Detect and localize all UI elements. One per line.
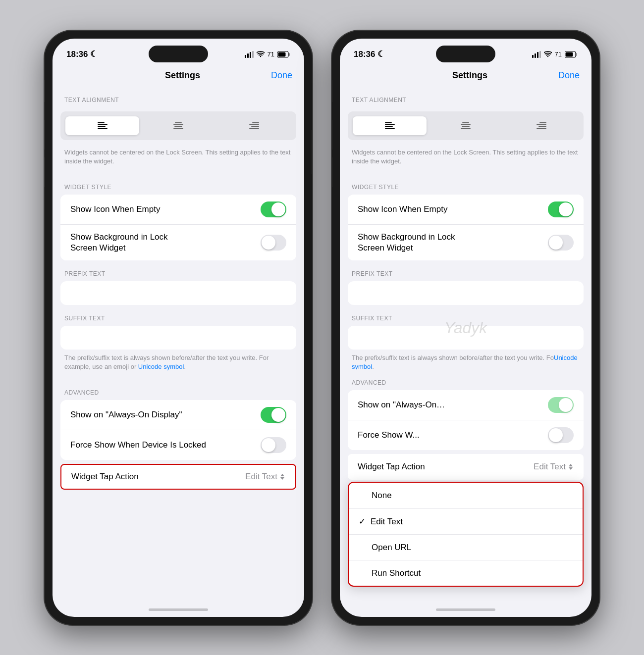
show-bg-label-left: Show Background in Lock Screen Widget [70,232,169,253]
scroll-content-left[interactable]: TEXT ALIGNMENT [53,87,304,605]
alignment-container-left [60,111,296,140]
advanced-header-left: ADVANCED [53,379,304,400]
dropdown-run-shortcut[interactable]: Run Shortcut [349,560,583,586]
show-icon-label-left: Show Icon When Empty [70,204,261,214]
align-right-icon-left [249,121,259,131]
show-bg-toggle-right[interactable] [548,235,574,251]
always-on-toggle-left[interactable] [261,407,286,423]
svg-rect-27 [385,124,395,125]
align-center-icon-right [461,121,471,131]
align-center-button-left[interactable] [141,116,215,135]
show-bg-toggle-left[interactable] [261,235,286,251]
volume-up-button-right[interactable] [332,120,332,150]
svg-rect-28 [385,126,393,127]
tap-action-label-left: Widget Tap Action [71,472,245,482]
align-left-button-right[interactable] [353,116,427,135]
done-button-right[interactable]: Done [558,70,580,81]
suffix-caption-end-right: . [372,363,374,369]
show-icon-thumb-right [559,202,573,216]
svg-rect-36 [538,126,546,127]
show-icon-toggle-right[interactable] [548,202,574,217]
prefix-input-left[interactable] [60,281,296,305]
tap-action-row-right[interactable]: Widget Tap Action Edit Text [348,454,584,480]
force-show-row-right[interactable]: Force Show W... [348,420,584,450]
suffix-header-left: SUFFIX TEXT [53,305,304,326]
svg-rect-20 [535,53,536,58]
always-on-label-right: Show on "Always-On Display" [358,400,447,410]
svg-rect-37 [537,128,546,129]
align-left-icon-right [385,121,395,131]
alignment-row-right [349,112,583,139]
svg-rect-7 [98,122,105,123]
widget-style-group-left: Show Icon When Empty Show Background in … [60,195,296,260]
power-button-right[interactable] [599,130,599,174]
battery-icon-left [277,51,290,58]
volume-down-button[interactable] [45,157,45,187]
unicode-link-left[interactable]: Unicode symbol [138,363,184,370]
dropdown-edit-text[interactable]: Edit Text [349,508,583,534]
svg-rect-3 [252,51,254,58]
power-button[interactable] [312,130,312,174]
align-left-button-left[interactable] [65,116,139,135]
status-time-left: 18:36 ☾ [66,49,98,59]
suffix-input-right[interactable] [348,326,584,350]
wifi-icon-right [544,51,552,58]
dropdown-edit-text-label: Edit Text [371,517,403,527]
prefix-input-right[interactable] [348,281,584,305]
show-icon-toggle-left[interactable] [261,202,286,217]
silent-button[interactable] [45,80,45,102]
align-right-button-right[interactable] [505,116,579,135]
home-indicator-left [149,608,208,611]
force-show-toggle-right[interactable] [548,427,574,443]
dropdown-none-label: None [372,491,392,501]
phone-left: 18:36 ☾ 71 [45,31,312,625]
nav-title-right: Settings [452,70,487,81]
show-bg-row-left[interactable]: Show Background in Lock Screen Widget [60,224,296,260]
home-indicator-right [436,608,495,611]
wifi-icon-left [257,51,265,58]
dropdown-none[interactable]: None [349,483,583,508]
show-icon-label-right: Show Icon When Empty [358,204,548,214]
svg-rect-19 [532,55,534,58]
force-show-label-right: Force Show W... [358,430,447,440]
advanced-header-right: ADVANCED [340,369,591,390]
chevron-updown-icon-right [568,462,574,471]
svg-rect-24 [576,53,578,56]
always-on-row-left[interactable]: Show on "Always-On Display" [60,400,296,430]
svg-rect-30 [462,122,469,123]
tap-action-value-left: Edit Text [245,472,285,482]
alignment-caption-right: Widgets cannot be centered on the Lock S… [340,144,591,174]
scroll-content-right[interactable]: TEXT ALIGNMENT [340,87,591,605]
align-right-button-left[interactable] [217,116,291,135]
show-icon-row-left[interactable]: Show Icon When Empty [60,195,296,224]
volume-down-button-right[interactable] [332,157,332,187]
svg-rect-9 [98,126,106,127]
always-on-toggle-right[interactable] [548,397,574,413]
widget-style-header-left: WIDGET STYLE [53,174,304,195]
text-alignment-header-left: TEXT ALIGNMENT [53,87,304,107]
force-show-row-left[interactable]: Force Show When Device Is Locked [60,430,296,460]
suffix-caption-end-left: . [184,363,186,370]
battery-text-right: 71 [555,50,562,58]
always-on-row-right[interactable]: Show on "Always-On Display" [348,390,584,420]
dropdown-open-url[interactable]: Open URL [349,534,583,560]
svg-rect-31 [461,124,471,125]
svg-rect-34 [539,122,546,123]
svg-rect-33 [461,128,471,129]
show-icon-row-right[interactable]: Show Icon When Empty [348,195,584,224]
status-icons-left: 71 [245,50,290,58]
svg-rect-5 [289,53,290,56]
align-center-button-right[interactable] [429,116,502,135]
show-bg-thumb-left [262,236,275,250]
svg-rect-11 [175,122,182,123]
force-show-toggle-left[interactable] [261,437,286,453]
force-show-thumb-left [262,438,275,452]
tap-action-row-left[interactable]: Widget Tap Action Edit Text [60,464,296,490]
silent-button-right[interactable] [332,80,332,102]
svg-rect-16 [249,124,259,125]
show-bg-row-right[interactable]: Show Background in Lock Screen Widget [348,224,584,260]
volume-up-button[interactable] [45,120,45,150]
always-on-label-left: Show on "Always-On Display" [70,410,261,420]
done-button-left[interactable]: Done [271,70,292,81]
suffix-input-left[interactable] [60,326,296,350]
